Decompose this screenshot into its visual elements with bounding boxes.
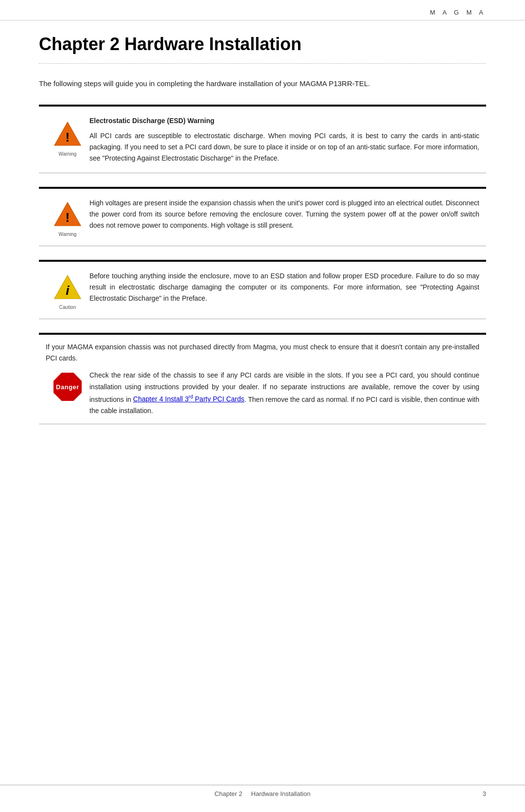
caution-text-col: Before touching anything inside the encl… (89, 271, 479, 304)
warning-icon-label-2: Warning (59, 232, 77, 237)
svg-text:!: ! (66, 210, 70, 225)
danger-main-text: Check the rear side of the chassis to se… (89, 370, 479, 417)
danger-box: If your MAGMA expansion chassis was not … (39, 333, 486, 424)
caution-text: Before touching anything inside the encl… (89, 272, 479, 302)
footer-chapter-label: Chapter 2 (214, 790, 242, 797)
danger-label: Danger (56, 383, 79, 391)
svg-text:!: ! (66, 130, 70, 144)
warning-triangle-icon: ! (53, 119, 82, 148)
svg-text:i: i (66, 283, 70, 298)
page-header: M A G M A (0, 0, 525, 20)
brand-label: M A G M A (430, 9, 486, 16)
caution-inner: i Caution Before touching anything insid… (39, 262, 486, 319)
intro-paragraph: The following steps will guide you in co… (39, 77, 486, 90)
link-superscript: rd (189, 395, 193, 400)
chapter-title: Chapter 2 Hardware Installation (39, 20, 486, 64)
warning-icon-label: Warning (59, 151, 77, 157)
footer-chapter-name: Hardware Installation (251, 790, 311, 797)
danger-top-text: If your MAGMA expansion chassis was not … (46, 342, 479, 364)
high-voltage-box: ! Warning High voltages are present insi… (39, 187, 486, 246)
caution-box: i Caution Before touching anything insid… (39, 260, 486, 319)
footer-center: Chapter 2 Hardware Installation (151, 790, 374, 797)
high-voltage-icon-col: ! Warning (46, 198, 89, 237)
page-footer: Chapter 2 Hardware Installation 3 (0, 785, 525, 797)
danger-inner: If your MAGMA expansion chassis was not … (39, 335, 486, 424)
footer-page-number: 3 (374, 790, 486, 797)
esd-warning-box: ! Warning Electrostatic Discharge (ESD) … (39, 105, 486, 173)
danger-bottom-row: Danger Check the rear side of the chassi… (46, 370, 479, 417)
caution-triangle-icon: i (53, 272, 82, 302)
high-voltage-text-col: High voltages are present inside the exp… (89, 198, 479, 231)
high-voltage-text: High voltages are present inside the exp… (89, 199, 479, 229)
page-content: Chapter 2 Hardware Installation The foll… (0, 20, 525, 424)
link-text-start: Chapter 4 Install 3 (133, 395, 189, 403)
caution-icon-col: i Caution (46, 271, 89, 310)
high-voltage-inner: ! Warning High voltages are present insi… (39, 189, 486, 246)
danger-octagon-icon: Danger (53, 373, 82, 401)
danger-icon-col: Danger (46, 370, 89, 401)
page: M A G M A Chapter 2 Hardware Installatio… (0, 0, 525, 812)
esd-warning-text-col: Electrostatic Discharge (ESD) Warning Al… (89, 115, 479, 164)
link-text-end: Party PCI Cards (193, 395, 245, 403)
warning-triangle-icon-2: ! (53, 199, 82, 229)
esd-warning-icon-col: ! Warning (46, 115, 89, 157)
esd-warning-title: Electrostatic Discharge (ESD) Warning (89, 115, 479, 126)
caution-icon-label: Caution (59, 305, 76, 310)
chapter4-link[interactable]: Chapter 4 Install 3rd Party PCI Cards (133, 395, 245, 403)
esd-warning-text: All PCI cards are susceptible to electro… (89, 132, 479, 162)
esd-warning-inner: ! Warning Electrostatic Discharge (ESD) … (39, 107, 486, 173)
